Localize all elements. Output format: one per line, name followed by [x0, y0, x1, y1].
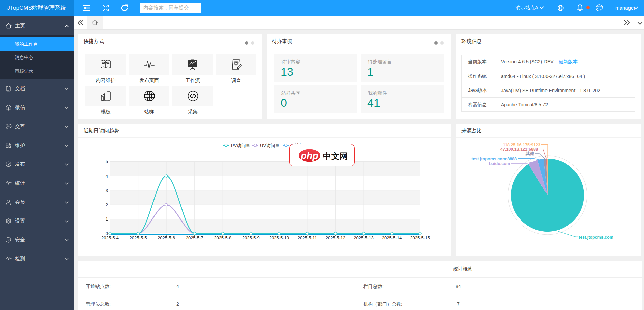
svg-text:2025-5-8: 2025-5-8 — [214, 235, 231, 240]
svg-text:test.jtopcms.com:8888: test.jtopcms.com:8888 — [471, 157, 517, 161]
svg-text:118.25.16.175:9123: 118.25.16.175:9123 — [503, 143, 540, 147]
svg-text:其他: 其他 — [525, 151, 534, 156]
svg-text:2025-5-12: 2025-5-12 — [326, 235, 345, 240]
svg-text:2: 2 — [106, 202, 108, 207]
svg-text:1: 1 — [106, 216, 108, 222]
svg-text:2025-5-9: 2025-5-9 — [242, 235, 260, 240]
svg-text:2025-5-6: 2025-5-6 — [158, 235, 175, 240]
svg-text:2025-5-11: 2025-5-11 — [298, 235, 317, 240]
svg-text:UV访问量: UV访问量 — [260, 143, 279, 148]
svg-text:3: 3 — [106, 188, 108, 193]
svg-text:2025-5-4: 2025-5-4 — [101, 235, 119, 240]
svg-text:47.100.13.121:6888: 47.100.13.121:6888 — [500, 147, 538, 152]
svg-text:baidu.com: baidu.com — [489, 161, 510, 166]
svg-text:2025-5-5: 2025-5-5 — [130, 235, 147, 240]
svg-text:2025-5-7: 2025-5-7 — [186, 235, 203, 240]
svg-text:2025-5-14: 2025-5-14 — [382, 235, 402, 240]
svg-text:PV访问量: PV访问量 — [231, 143, 250, 148]
svg-text:2025-5-15: 2025-5-15 — [410, 235, 430, 240]
svg-text:test.jtopcms.com: test.jtopcms.com — [579, 235, 613, 240]
svg-text:5: 5 — [106, 159, 108, 164]
svg-text:2025-5-10: 2025-5-10 — [269, 235, 289, 240]
svg-text:php: php — [300, 150, 318, 161]
svg-text:2025-5-13: 2025-5-13 — [354, 235, 373, 240]
svg-text:4: 4 — [106, 174, 108, 179]
